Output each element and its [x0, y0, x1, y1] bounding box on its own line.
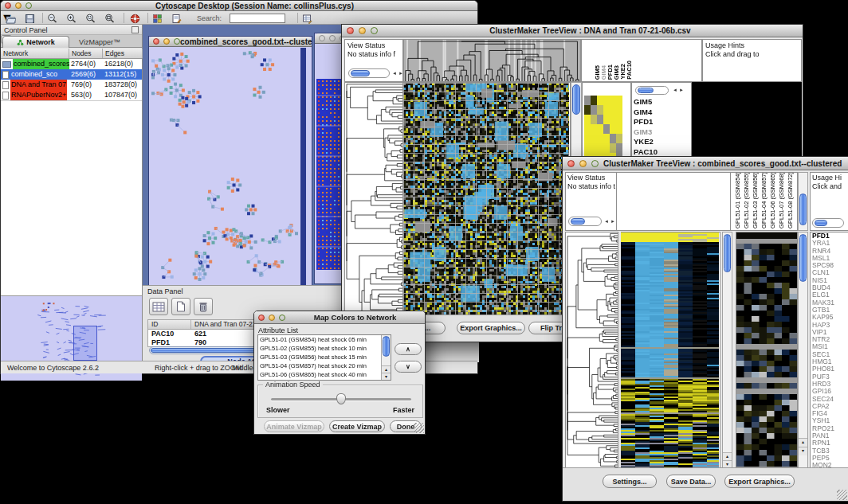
column-header-edges[interactable]: Edges — [103, 49, 143, 58]
save-icon[interactable] — [25, 13, 35, 23]
tab-network[interactable]: Network — [2, 36, 69, 48]
column-label[interactable]: GPL51-03 (GSM856) — [752, 172, 759, 229]
matrix-network-canvas[interactable] — [316, 79, 343, 270]
animate-vizmap-button[interactable]: Animate Vizmap — [264, 420, 324, 432]
scroll-right-icon[interactable]: ▸ — [398, 69, 403, 77]
gene-label[interactable]: RPO21 — [811, 425, 848, 432]
gene-label[interactable]: MSI1 — [811, 343, 848, 350]
gene-label[interactable]: PFD1 — [632, 117, 691, 127]
array-dendrogram-pane[interactable] — [403, 39, 581, 82]
gene-label[interactable]: NTR2 — [811, 336, 848, 343]
zoom-button[interactable] — [279, 315, 285, 321]
secondary-heatmap-canvas[interactable] — [736, 232, 797, 468]
attribute-table-button[interactable] — [149, 298, 168, 315]
heatmap-vscrollbar[interactable]: ▴ ▾ — [722, 232, 732, 469]
gene-label[interactable]: GPI16 — [811, 388, 848, 395]
attribute-item[interactable]: GPL51-01 (GSM854) heat shock 05 min — [258, 335, 381, 344]
close-button[interactable] — [153, 38, 159, 45]
attribute-item[interactable]: GPL51-06 (GSM865) heat shock 40 min — [258, 370, 381, 379]
animation-speed-slider[interactable] — [271, 398, 411, 400]
gene-label[interactable]: BUD4 — [811, 284, 848, 291]
float-panel-icon[interactable] — [132, 26, 139, 33]
network-view-canvas[interactable] — [150, 48, 300, 285]
gene-label[interactable]: SEC1 — [811, 351, 848, 358]
column-label[interactable]: GPL51-06 (GSM865) — [769, 172, 776, 229]
close-button[interactable] — [258, 315, 265, 321]
column-header-id[interactable]: ID — [148, 320, 191, 329]
zoom-out-icon[interactable] — [47, 13, 57, 23]
gene-label[interactable]: ELG1 — [811, 291, 848, 299]
gene-dendrogram-pane[interactable] — [344, 82, 403, 316]
network-list-row[interactable]: RNAPuberNov2+563(0)107847(0) — [1, 90, 142, 100]
scroll-right-icon[interactable]: ▸ — [678, 86, 685, 94]
gene-label[interactable]: GIM4 — [632, 107, 691, 118]
open-folder-icon[interactable] — [6, 13, 16, 23]
vscroll-thumb[interactable] — [572, 84, 580, 115]
heatmap-canvas[interactable] — [621, 232, 719, 468]
scroll-down-icon[interactable]: ▾ — [382, 373, 391, 380]
minimize-button[interactable] — [269, 315, 275, 321]
gene-label[interactable]: GTB1 — [811, 307, 848, 314]
close-button[interactable] — [347, 27, 354, 34]
scroll-right-icon[interactable]: ▸ — [610, 217, 616, 225]
gene-label[interactable]: HRD3 — [811, 381, 848, 388]
slider-thumb[interactable] — [336, 393, 346, 404]
scroll-left-icon[interactable]: ◂ — [672, 86, 678, 94]
gene-label[interactable]: YSH1 — [811, 417, 848, 424]
annotation-icon[interactable] — [171, 13, 182, 23]
gene-label[interactable]: TCB3 — [811, 447, 848, 455]
column-header-nodes[interactable]: Nodes — [69, 49, 103, 58]
network-view-frame[interactable]: combined_scores_good.txt--cluste... — [148, 36, 312, 285]
network-frame-titlebar[interactable]: combined_scores_good.txt--cluste... — [149, 37, 312, 47]
minimize-button[interactable] — [329, 35, 336, 41]
network-list-row[interactable]: combined_scores2764(0)16218(0) — [1, 59, 142, 69]
array-dendrogram-pane[interactable] — [617, 172, 731, 231]
gene-label[interactable]: CPA2 — [811, 403, 848, 410]
minimize-button[interactable] — [15, 2, 22, 9]
gene-label[interactable]: CLN1 — [811, 269, 848, 276]
column-label[interactable]: GPL51-04 (GSM857) — [760, 172, 768, 229]
minimize-button[interactable] — [359, 27, 366, 34]
treeview1-titlebar[interactable]: ClusterMaker TreeView : DNA and Tran 07-… — [342, 25, 803, 37]
export-graphics-button[interactable]: Export Graphics... — [457, 322, 525, 334]
minimize-button[interactable] — [579, 160, 587, 167]
tab-vizmapper[interactable]: VizMapper™ — [71, 36, 128, 48]
vscroll-thumb[interactable] — [383, 336, 390, 357]
network-list-row[interactable]: DNA and Tran 07769(0)183728(0) — [1, 80, 142, 90]
column-label[interactable]: PAC10 — [626, 61, 633, 80]
new-attribute-button[interactable] — [171, 298, 190, 315]
zoom-in-icon[interactable] — [66, 13, 77, 23]
gene-label[interactable]: SPC98 — [811, 262, 848, 269]
column-label[interactable]: GPL51-07 (GSM868) — [778, 172, 785, 229]
gene-label[interactable]: NIS1 — [811, 277, 848, 284]
scroll-left-icon[interactable]: ◂ — [391, 69, 398, 77]
move-down-button[interactable]: ∨ — [395, 361, 422, 373]
zoom-fit-icon[interactable] — [104, 13, 115, 23]
export-graphics-button[interactable]: Export Graphics... — [724, 475, 795, 488]
gene-label[interactable]: PUF3 — [811, 373, 848, 381]
gene-label[interactable]: PAN1 — [811, 432, 848, 440]
zoom-button[interactable] — [26, 2, 32, 9]
gene-label[interactable]: PFD1 — [811, 232, 848, 240]
scroll-up-icon[interactable]: ▴ — [382, 365, 391, 373]
search-input[interactable] — [230, 14, 285, 23]
attribute-item[interactable]: GPL51-02 (GSM855) heat shock 10 min — [258, 344, 381, 353]
gene-dendrogram-canvas[interactable] — [345, 83, 402, 315]
heatmap-main-pane[interactable] — [621, 232, 720, 469]
gene-label[interactable]: GIM3 — [632, 127, 691, 138]
move-up-button[interactable]: ∧ — [395, 343, 422, 355]
heatmap-canvas[interactable] — [403, 83, 569, 315]
create-vizmap-button[interactable]: Create Vizmap — [329, 420, 385, 432]
listbox-vscrollbar[interactable]: ▴ ▾ — [381, 335, 391, 380]
gene-dendrogram-canvas[interactable] — [566, 232, 618, 468]
gene-label[interactable]: HAP3 — [811, 322, 848, 329]
close-button[interactable] — [319, 35, 325, 41]
heatmap-main-pane[interactable] — [403, 82, 571, 316]
zoom-button[interactable] — [174, 38, 180, 45]
gene-label[interactable]: MAK31 — [811, 299, 848, 307]
scroll-up-icon[interactable]: ▴ — [723, 452, 732, 460]
vscroll-thumb[interactable] — [799, 234, 807, 282]
scroll-down-icon[interactable]: ▾ — [799, 447, 807, 455]
network-list-row[interactable]: combined_sco2569(6)13112(15) — [1, 69, 142, 80]
column-label[interactable]: GPL51-02 (GSM855) — [743, 172, 750, 229]
